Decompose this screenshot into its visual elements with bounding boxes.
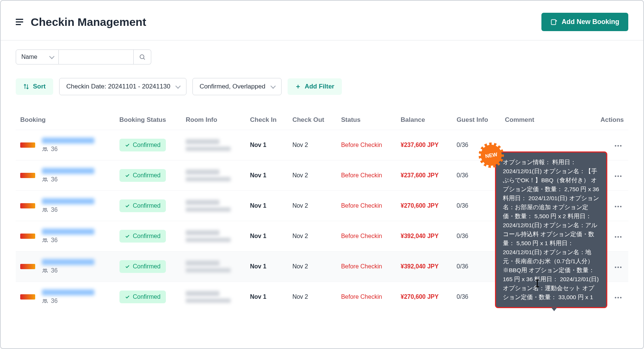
sort-label: Sort <box>33 83 46 90</box>
room-info-redacted <box>186 200 241 212</box>
balance-value: ¥270,600 JPY <box>396 191 452 221</box>
check-icon <box>125 264 130 269</box>
col-room-info: Room Info <box>181 110 246 130</box>
guest-count: 36 <box>42 176 94 183</box>
room-info-redacted <box>186 169 241 181</box>
checkin-status-value: Before Checkin <box>337 282 396 312</box>
booking-status-value: Confirmed <box>133 202 161 209</box>
guest-count: 36 <box>42 237 94 244</box>
menu-icon[interactable] <box>16 18 25 27</box>
checkin-status-value: Before Checkin <box>337 191 396 221</box>
booking-name-redacted <box>42 138 94 144</box>
room-info-redacted <box>186 139 241 151</box>
booking-cell: 36 <box>20 198 110 213</box>
search-button[interactable] <box>134 49 151 64</box>
svg-point-5 <box>45 178 47 179</box>
check-out-value: Nov 2 <box>288 221 337 252</box>
guest-count-value: 36 <box>51 207 58 213</box>
svg-point-4 <box>43 178 45 179</box>
row-actions-button[interactable] <box>613 173 624 179</box>
add-button-label: Add New Booking <box>562 18 619 26</box>
check-out-value: Nov 2 <box>288 252 337 282</box>
checkin-status-value: Before Checkin <box>337 160 396 191</box>
balance-value: ¥270,600 JPY <box>396 282 452 312</box>
guest-count-value: 36 <box>51 146 58 153</box>
booking-status-value: Confirmed <box>133 142 161 148</box>
svg-point-2 <box>43 147 45 149</box>
row-actions-button[interactable] <box>613 234 624 240</box>
guest-count-value: 36 <box>51 176 58 183</box>
table-header-row: Booking Booking Status Room Info Check I… <box>16 110 628 130</box>
status-pill: Confirmed <box>119 169 166 182</box>
search-field-label: Name <box>21 54 37 60</box>
booking-cell: 36 <box>20 259 110 274</box>
room-info-redacted <box>186 261 241 273</box>
room-info-redacted <box>186 230 241 242</box>
status-pill: Confirmed <box>119 230 166 243</box>
svg-point-9 <box>45 238 47 240</box>
check-out-value: Nov 2 <box>288 282 337 312</box>
filter-chip-status[interactable]: Confirmed, Overlapped <box>192 78 282 95</box>
search-field-select[interactable]: Name <box>16 49 59 64</box>
guest-info-value: 0/36 <box>452 252 501 282</box>
svg-point-10 <box>43 269 45 270</box>
svg-point-3 <box>45 147 47 149</box>
row-actions-button[interactable] <box>613 143 624 149</box>
channel-logo-icon <box>20 173 35 178</box>
balance-value: ¥392,040 JPY <box>396 252 452 282</box>
check-icon <box>125 294 130 300</box>
tooltip-text: オプション情報： 料用日： 2024/12/01(日) オプション名：【手ぶらで… <box>503 159 599 300</box>
chevron-down-icon <box>49 54 54 59</box>
booking-cell: 36 <box>20 138 110 153</box>
add-filter-label: Add Filter <box>305 83 334 90</box>
channel-logo-icon <box>20 142 35 148</box>
booking-name-redacted <box>42 168 94 174</box>
add-new-booking-button[interactable]: Add New Booking <box>541 13 628 31</box>
filter-chip-checkin-date[interactable]: Checkin Date: 20241101 - 20241130 <box>59 78 186 95</box>
guest-count: 36 <box>42 267 94 274</box>
add-filter-button[interactable]: Add Filter <box>288 78 342 95</box>
check-icon <box>125 142 130 148</box>
status-pill: Confirmed <box>119 199 166 212</box>
col-balance: Balance <box>396 110 452 130</box>
row-actions-button[interactable] <box>613 204 624 210</box>
check-in-value: Nov 1 <box>246 221 288 252</box>
col-booking: Booking <box>16 110 115 130</box>
people-icon <box>42 177 48 183</box>
guest-count: 36 <box>42 207 94 213</box>
row-actions-button[interactable] <box>613 264 624 270</box>
col-check-out: Check Out <box>288 110 337 130</box>
col-comment: Comment <box>500 110 590 130</box>
channel-logo-icon <box>20 294 35 300</box>
text-cursor-icon <box>537 280 538 287</box>
tooltip-arrow-icon <box>551 307 557 311</box>
check-out-value: Nov 2 <box>288 191 337 221</box>
checkin-status-value: Before Checkin <box>337 221 396 252</box>
guest-count-value: 36 <box>51 298 58 304</box>
checkin-status-value: Before Checkin <box>337 252 396 282</box>
check-icon <box>125 203 130 208</box>
booking-cell: 36 <box>20 168 110 183</box>
page-title: Checkin Management <box>31 16 146 28</box>
chevron-down-icon <box>270 84 276 89</box>
guest-info-value: 0/36 <box>452 282 501 312</box>
svg-point-6 <box>43 208 45 210</box>
check-icon <box>125 234 130 239</box>
status-pill: Confirmed <box>119 291 166 303</box>
channel-logo-icon <box>20 234 35 239</box>
col-status: Status <box>337 110 396 130</box>
svg-point-11 <box>45 269 47 270</box>
people-icon <box>42 298 48 304</box>
row-actions-button[interactable] <box>613 295 624 301</box>
channel-logo-icon <box>20 203 35 208</box>
people-icon <box>42 146 48 152</box>
check-out-value: Nov 2 <box>288 130 337 160</box>
svg-point-8 <box>43 238 45 240</box>
add-booking-icon <box>550 18 558 26</box>
sort-button[interactable]: Sort <box>16 78 53 95</box>
people-icon <box>42 237 48 243</box>
booking-cell: 36 <box>20 229 110 244</box>
booking-name-redacted <box>42 198 94 204</box>
filter-chip-date-label: Checkin Date: 20241101 - 20241130 <box>66 83 170 90</box>
search-input[interactable] <box>59 49 134 64</box>
